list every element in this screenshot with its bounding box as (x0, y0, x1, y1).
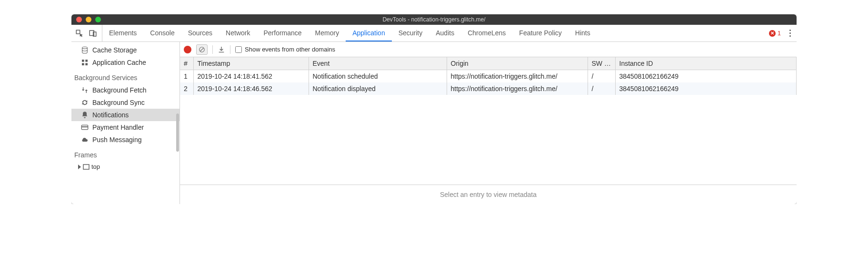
minimize-window-button[interactable] (86, 17, 91, 22)
sidebar-item-label: Notifications (92, 111, 129, 119)
sidebar-item-label: Payment Handler (92, 124, 144, 131)
application-sidebar: Cache StorageApplication Cache Backgroun… (71, 42, 180, 204)
tab-feature-policy[interactable]: Feature Policy (512, 25, 568, 41)
tab-security[interactable]: Security (392, 25, 429, 41)
sidebar-item-label: Background Sync (92, 99, 145, 106)
cell-origin: https://notification-triggers.glitch.me/ (447, 70, 588, 83)
detail-placeholder: Select an entry to view metadata (180, 185, 797, 204)
tab-elements[interactable]: Elements (102, 25, 143, 41)
sidebar-item-background-fetch[interactable]: Background Fetch (71, 84, 180, 96)
cell-sw: / (588, 82, 615, 95)
frames-top-label: top (91, 163, 100, 170)
toolbar-separator (212, 45, 213, 54)
settings-menu-button[interactable] (788, 28, 793, 39)
tab-performance[interactable]: Performance (257, 25, 308, 41)
sidebar-item-label: Background Fetch (92, 86, 147, 94)
sidebar-item-application-cache[interactable]: Application Cache (71, 56, 180, 69)
sidebar-item-label: Push Messaging (92, 136, 142, 144)
svg-rect-5 (82, 63, 84, 65)
table-row[interactable]: 22019-10-24 14:18:46.562Notification dis… (180, 82, 797, 95)
sidebar-item-frames-top[interactable]: top (71, 161, 180, 172)
bell-icon (81, 111, 89, 119)
sidebar-item-cache-storage[interactable]: Cache Storage (71, 44, 180, 56)
svg-rect-9 (83, 165, 89, 169)
col-header-event[interactable]: Event (309, 57, 447, 70)
svg-point-2 (82, 47, 88, 49)
sidebar-item-payment-handler[interactable]: Payment Handler (71, 121, 180, 134)
db-icon (81, 46, 89, 54)
events-table: # Timestamp Event Origin SW … Instance I… (180, 57, 797, 95)
download-icon (218, 46, 225, 53)
cloud-icon (81, 136, 89, 144)
inspect-element-icon[interactable] (75, 29, 84, 38)
sidebar-item-push-messaging[interactable]: Push Messaging (71, 134, 180, 146)
svg-rect-3 (82, 60, 84, 62)
sidebar-heading-background-services: Background Services (71, 72, 180, 84)
cell-instance: 3845081062166249 (615, 82, 797, 95)
show-other-domains-checkbox[interactable]: Show events from other domains (235, 46, 335, 53)
cell-event: Notification scheduled (309, 70, 447, 83)
col-header-instance[interactable]: Instance ID (615, 57, 797, 70)
error-count: 1 (778, 30, 781, 37)
show-other-domains-label: Show events from other domains (245, 46, 335, 53)
tab-hints[interactable]: Hints (569, 25, 597, 41)
sidebar-item-label: Cache Storage (92, 46, 137, 54)
save-button[interactable] (218, 46, 225, 53)
expand-triangle-icon (78, 165, 81, 169)
maximize-window-button[interactable] (95, 17, 101, 22)
close-window-button[interactable] (76, 17, 82, 22)
sync-icon (81, 99, 89, 106)
record-button[interactable] (184, 46, 191, 53)
tab-network[interactable]: Network (219, 25, 257, 41)
cell-instance: 3845081062166249 (615, 70, 797, 83)
sidebar-scrollbar[interactable] (176, 113, 179, 152)
sidebar-item-label: Application Cache (92, 59, 146, 66)
sidebar-heading-frames: Frames (71, 149, 180, 161)
devtools-window: DevTools - notification-triggers.glitch.… (71, 14, 797, 204)
col-header-timestamp[interactable]: Timestamp (193, 57, 309, 70)
cell-sw: / (588, 70, 615, 83)
tab-sources[interactable]: Sources (181, 25, 219, 41)
window-title: DevTools - notification-triggers.glitch.… (382, 16, 485, 23)
toolbar-separator (230, 45, 230, 54)
card-icon (81, 124, 89, 131)
cell-event: Notification displayed (309, 82, 447, 95)
col-header-sw[interactable]: SW … (588, 57, 615, 70)
show-other-domains-input[interactable] (235, 46, 242, 53)
sidebar-item-notifications[interactable]: Notifications (71, 109, 180, 121)
table-header-row: # Timestamp Event Origin SW … Instance I… (180, 57, 797, 70)
col-header-num[interactable]: # (180, 57, 193, 70)
cell-origin: https://notification-triggers.glitch.me/ (447, 82, 588, 95)
tab-console[interactable]: Console (143, 25, 181, 41)
fetch-icon (81, 86, 89, 94)
sidebar-item-background-sync[interactable]: Background Sync (71, 96, 180, 109)
grid-icon (81, 59, 89, 66)
error-icon: ✕ (769, 30, 776, 37)
cell-num: 1 (180, 70, 193, 83)
titlebar: DevTools - notification-triggers.glitch.… (71, 14, 797, 25)
clear-icon (199, 46, 205, 53)
cell-timestamp: 2019-10-24 14:18:41.562 (193, 70, 309, 83)
col-header-origin[interactable]: Origin (447, 57, 588, 70)
table-row[interactable]: 12019-10-24 14:18:41.562Notification sch… (180, 70, 797, 83)
svg-line-11 (200, 48, 204, 51)
panel-body: Cache StorageApplication Cache Backgroun… (71, 42, 797, 204)
tab-application[interactable]: Application (346, 25, 392, 41)
svg-rect-6 (85, 63, 88, 65)
frame-icon (83, 164, 90, 170)
cell-timestamp: 2019-10-24 14:18:46.562 (193, 82, 309, 95)
clear-button[interactable] (196, 44, 208, 55)
tab-memory[interactable]: Memory (309, 25, 346, 41)
events-table-wrap: # Timestamp Event Origin SW … Instance I… (180, 57, 797, 185)
svg-rect-4 (85, 60, 88, 62)
main-tab-bar: ElementsConsoleSourcesNetworkPerformance… (71, 25, 797, 42)
tab-chromelens[interactable]: ChromeLens (461, 25, 512, 41)
svg-rect-8 (81, 126, 88, 127)
notifications-panel: Show events from other domains # Timesta… (180, 42, 797, 204)
traffic-lights (71, 17, 101, 22)
error-count-badge[interactable]: ✕ 1 (769, 30, 781, 37)
notifications-toolbar: Show events from other domains (180, 42, 797, 57)
device-toolbar-icon[interactable] (89, 29, 97, 38)
tab-audits[interactable]: Audits (429, 25, 461, 41)
cell-num: 2 (180, 82, 193, 95)
